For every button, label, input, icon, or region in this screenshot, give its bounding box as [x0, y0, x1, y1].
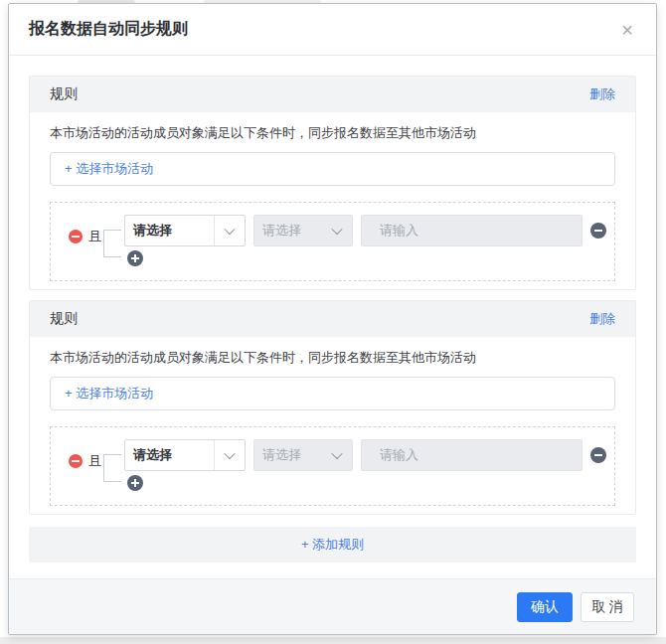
- condition-logic: 且: [69, 452, 101, 470]
- field-select-value: 请选择: [125, 446, 214, 464]
- condition-bracket: [103, 230, 121, 257]
- select-activity-button[interactable]: + 选择市场活动: [50, 152, 615, 186]
- condition-group: 且 请选择 请选择 请输入: [50, 426, 615, 506]
- operator-select[interactable]: 请选择: [253, 439, 353, 471]
- dialog-title: 报名数据自动同步规则: [29, 19, 188, 40]
- rule-card: 规则 删除 本市场活动的活动成员对象满足以下条件时，同步报名数据至其他市场活动 …: [29, 76, 636, 290]
- cancel-button[interactable]: 取消: [581, 592, 634, 622]
- add-rule-label: + 添加规则: [301, 536, 364, 554]
- field-select-value: 请选择: [125, 222, 214, 240]
- field-select[interactable]: 请选择: [124, 439, 246, 471]
- value-input[interactable]: 请输入: [361, 215, 583, 246]
- condition-row: 请选择 请选择 请输入: [124, 215, 606, 246]
- background-strip: [0, 637, 666, 644]
- add-rule-button[interactable]: + 添加规则: [29, 527, 636, 563]
- chevron-down-icon: [322, 216, 352, 245]
- logic-label: 且: [88, 452, 101, 470]
- condition-bracket: [103, 454, 121, 482]
- delete-rule-link[interactable]: 删除: [589, 310, 615, 328]
- rule-card-title: 规则: [50, 310, 78, 328]
- operator-select[interactable]: 请选择: [253, 215, 353, 246]
- condition-group: 且 请选择 请选择 请输入: [50, 202, 615, 281]
- remove-condition-icon[interactable]: [590, 447, 606, 463]
- rule-card-header: 规则 删除: [30, 301, 635, 337]
- select-activity-label: + 选择市场活动: [65, 385, 153, 402]
- value-input-placeholder: 请输入: [372, 222, 572, 240]
- close-icon[interactable]: ×: [616, 19, 638, 41]
- sync-rules-dialog: 报名数据自动同步规则 × 规则 删除 本市场活动的活动成员对象满足以下条件时，同…: [8, 3, 657, 635]
- value-input-placeholder: 请输入: [372, 446, 572, 464]
- remove-condition-group-icon[interactable]: [69, 230, 83, 243]
- rule-card-title: 规则: [50, 85, 78, 103]
- condition-row: 请选择 请选择 请输入: [124, 439, 606, 471]
- chevron-down-icon: [322, 440, 352, 470]
- remove-condition-icon[interactable]: [590, 223, 606, 239]
- select-activity-label: + 选择市场活动: [65, 160, 153, 178]
- value-input[interactable]: 请输入: [361, 439, 583, 471]
- rule-card-header: 规则 删除: [30, 77, 635, 112]
- rule-description: 本市场活动的活动成员对象满足以下条件时，同步报名数据至其他市场活动: [50, 124, 615, 142]
- logic-label: 且: [88, 228, 101, 245]
- operator-select-value: 请选择: [254, 446, 322, 464]
- rule-card-body: 本市场活动的活动成员对象满足以下条件时，同步报名数据至其他市场活动 + 选择市场…: [30, 337, 635, 514]
- chevron-down-icon: [215, 440, 245, 470]
- operator-select-value: 请选择: [254, 222, 322, 240]
- remove-condition-group-icon[interactable]: [69, 454, 83, 468]
- rule-card-body: 本市场活动的活动成员对象满足以下条件时，同步报名数据至其他市场活动 + 选择市场…: [30, 112, 635, 289]
- dialog-footer: 确认 取消: [9, 578, 656, 634]
- add-condition-icon[interactable]: [127, 475, 143, 491]
- dialog-header: 报名数据自动同步规则 ×: [9, 4, 656, 56]
- chevron-down-icon: [215, 216, 245, 245]
- rule-description: 本市场活动的活动成员对象满足以下条件时，同步报名数据至其他市场活动: [50, 349, 615, 367]
- field-select[interactable]: 请选择: [124, 215, 246, 246]
- dialog-body: 规则 删除 本市场活动的活动成员对象满足以下条件时，同步报名数据至其他市场活动 …: [9, 56, 656, 563]
- delete-rule-link[interactable]: 删除: [589, 85, 615, 103]
- select-activity-button[interactable]: + 选择市场活动: [50, 377, 615, 410]
- add-condition-icon[interactable]: [127, 250, 143, 266]
- rule-card: 规则 删除 本市场活动的活动成员对象满足以下条件时，同步报名数据至其他市场活动 …: [29, 300, 636, 515]
- condition-logic: 且: [69, 228, 101, 245]
- confirm-button[interactable]: 确认: [517, 592, 573, 622]
